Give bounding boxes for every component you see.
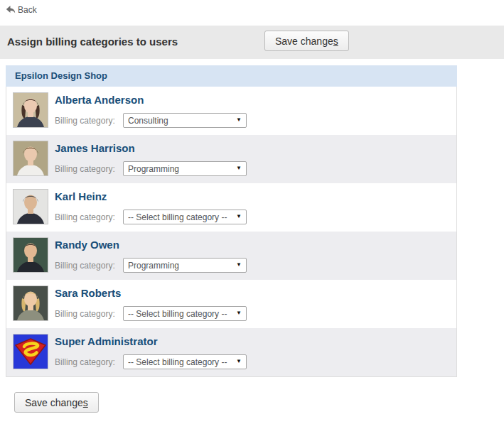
user-row: Karl Heinz Billing category: -- Select b… — [6, 183, 456, 232]
billing-category-label: Billing category: — [55, 164, 115, 174]
save-button-accesskey: s — [333, 36, 338, 47]
back-link[interactable]: Back — [6, 5, 37, 15]
user-row: Sara Roberts Billing category: -- Select… — [6, 280, 456, 328]
user-name-link[interactable]: Sara Roberts — [55, 287, 121, 299]
user-row: Super Administrator Billing category: --… — [6, 328, 456, 376]
user-avatar — [13, 92, 48, 128]
back-bar: Back — [6, 4, 37, 18]
user-row: Alberta Anderson Billing category: Consu… — [6, 87, 456, 135]
billing-category-label: Billing category: — [55, 357, 115, 367]
page-title: Assign billing categories to users — [7, 36, 178, 48]
billing-category-select[interactable]: Consulting — [123, 113, 247, 128]
save-button-text: Save change — [275, 36, 333, 47]
user-name-link[interactable]: Karl Heinz — [55, 190, 107, 202]
company-header: Epsilon Design Shop — [6, 65, 457, 87]
save-changes-button-top[interactable]: Save changes — [264, 31, 349, 51]
user-name-link[interactable]: James Harrison — [55, 142, 135, 154]
save-changes-button-bottom[interactable]: Save changes — [14, 392, 99, 413]
back-arrow-icon — [6, 5, 16, 14]
billing-category-select[interactable]: -- Select billing category -- — [123, 210, 247, 224]
user-avatar — [13, 141, 48, 176]
user-name-link[interactable]: Alberta Anderson — [55, 94, 144, 106]
user-name-link[interactable]: Randy Owen — [55, 239, 119, 251]
user-avatar — [13, 189, 48, 224]
billing-category-select[interactable]: -- Select billing category -- — [123, 306, 247, 321]
toolbar: Assign billing categories to users Save … — [0, 26, 504, 59]
user-row: James Harrison Billing category: Program… — [6, 135, 456, 183]
user-name-link[interactable]: Super Administrator — [55, 335, 157, 347]
billing-category-label: Billing category: — [55, 212, 115, 222]
save-button-text: Save change — [25, 397, 83, 408]
footer: Save changes — [14, 392, 99, 413]
user-avatar — [13, 286, 48, 321]
company-name: Epsilon Design Shop — [15, 70, 107, 81]
user-list: Alberta Anderson Billing category: Consu… — [6, 87, 457, 377]
user-row: Randy Owen Billing category: Programming… — [6, 232, 456, 280]
save-button-accesskey: s — [83, 397, 88, 408]
billing-category-label: Billing category: — [55, 261, 115, 271]
billing-category-select[interactable]: Programming — [123, 258, 247, 273]
billing-category-select[interactable]: Programming — [123, 161, 247, 176]
billing-category-select[interactable]: -- Select billing category -- — [123, 354, 247, 369]
user-avatar — [13, 334, 48, 369]
back-link-label: Back — [18, 5, 37, 15]
billing-category-label: Billing category: — [55, 116, 115, 126]
billing-category-label: Billing category: — [55, 309, 115, 319]
billing-assignment-panel: Epsilon Design Shop Alberta Anderson Bil… — [6, 65, 457, 377]
user-avatar — [13, 237, 48, 273]
